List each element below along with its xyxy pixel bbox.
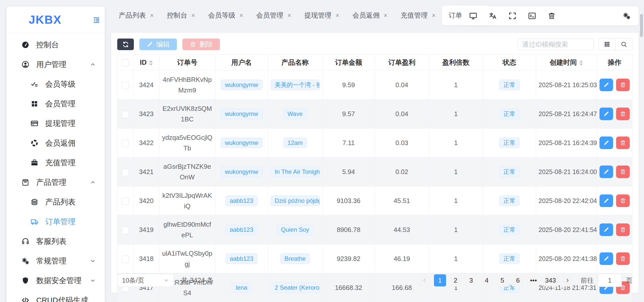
row-checkbox[interactable] bbox=[122, 198, 129, 205]
code-icon bbox=[21, 296, 30, 302]
delete-row-button[interactable] bbox=[616, 137, 630, 149]
monitor-icon[interactable] bbox=[469, 12, 477, 20]
row-checkbox[interactable] bbox=[122, 111, 129, 118]
table-row: 3421aGsrBjzTNZK9eOnWwukongymwIn The Air … bbox=[117, 157, 632, 186]
tab-withdraw-mgmt[interactable]: 提现管理× bbox=[298, 6, 346, 25]
sidebar-item-member-rebate[interactable]: 会员返佣 bbox=[7, 133, 105, 153]
tab-member-level[interactable]: 会员等级× bbox=[202, 6, 250, 25]
sidebar-item-product-list[interactable]: 产品列表 bbox=[7, 192, 105, 212]
sidebar-item-member-mgmt[interactable]: 会员管理 bbox=[7, 94, 105, 114]
edit-row-button[interactable] bbox=[599, 165, 613, 178]
page-button[interactable]: 2 bbox=[450, 274, 462, 286]
username-tag[interactable]: wukongymw bbox=[221, 138, 262, 148]
row-checkbox[interactable] bbox=[122, 140, 129, 147]
delete-row-button[interactable] bbox=[616, 79, 630, 91]
row-checkbox[interactable] bbox=[122, 227, 129, 234]
row-checkbox-cell bbox=[117, 157, 133, 186]
sidebar-item-general-mgmt[interactable]: 常规管理 bbox=[7, 251, 105, 271]
settings-icon[interactable] bbox=[622, 12, 631, 20]
sort-caret-icon[interactable] bbox=[579, 60, 583, 66]
product-tag[interactable]: Breathe bbox=[280, 253, 310, 264]
edit-row-button[interactable] bbox=[599, 223, 613, 236]
sidebar-item-dashboard[interactable]: 控制台 bbox=[7, 35, 105, 55]
close-icon[interactable]: × bbox=[432, 12, 435, 19]
tab-member-mgmt[interactable]: 会员管理× bbox=[250, 6, 298, 25]
delete-row-button[interactable] bbox=[616, 194, 630, 207]
close-icon[interactable]: × bbox=[239, 12, 243, 19]
fullscreen-icon[interactable] bbox=[508, 12, 517, 20]
sidebar-item-member-level[interactable]: 会员等级 bbox=[7, 74, 105, 94]
translate-icon[interactable] bbox=[489, 12, 497, 20]
sidebar-item-recharge-mgmt[interactable]: 充值管理 bbox=[7, 153, 105, 173]
row-checkbox[interactable] bbox=[122, 169, 129, 176]
created-time-cell: 2025-08-20 22:41:38 bbox=[536, 244, 596, 273]
product-tag[interactable]: 美美的一个湾 - 独唱版 bbox=[270, 80, 320, 90]
search-input[interactable] bbox=[518, 39, 594, 50]
close-icon[interactable]: × bbox=[384, 12, 387, 19]
sidebar-item-data-security[interactable]: 数据安全管理 bbox=[7, 271, 105, 290]
username-tag[interactable]: wukongymw bbox=[221, 109, 262, 119]
username-tag[interactable]: aabb123 bbox=[225, 253, 257, 264]
more-pages-icon[interactable]: ••• bbox=[528, 274, 540, 286]
trash-icon bbox=[189, 41, 196, 48]
edit-row-button[interactable] bbox=[599, 79, 613, 91]
column-settings-button[interactable] bbox=[599, 39, 615, 50]
refresh-button[interactable] bbox=[117, 39, 134, 50]
close-icon[interactable]: × bbox=[150, 12, 154, 19]
tab-product-list[interactable]: 产品列表× bbox=[112, 6, 160, 25]
username-tag[interactable]: aabb123 bbox=[225, 224, 257, 235]
sidebar-item-product-mgmt[interactable]: 产品管理 bbox=[7, 173, 105, 192]
username-tag[interactable]: aabb123 bbox=[225, 195, 257, 206]
close-icon[interactable]: × bbox=[288, 12, 291, 19]
page-button[interactable]: 3 bbox=[465, 274, 477, 286]
scrollbar-thumb[interactable] bbox=[640, 14, 643, 37]
page-size-select[interactable]: 10条/页 bbox=[117, 274, 174, 287]
prev-page-button[interactable] bbox=[418, 274, 430, 286]
edit-row-button[interactable] bbox=[599, 252, 613, 265]
terminal-icon[interactable] bbox=[528, 12, 536, 20]
username-tag[interactable]: wukongymw bbox=[221, 80, 262, 90]
edit-button[interactable]: 编辑 bbox=[139, 39, 177, 50]
sidebar-item-withdraw-mgmt[interactable]: 提现管理 bbox=[7, 114, 105, 133]
product-tag[interactable]: 12am bbox=[283, 138, 307, 148]
product-tag[interactable]: Quien Soy bbox=[277, 224, 313, 235]
page-button[interactable]: 343 bbox=[543, 274, 558, 286]
select-all-checkbox[interactable] bbox=[122, 59, 129, 66]
product-tag[interactable]: In The Air Tonight - Ins bbox=[270, 166, 320, 177]
search-button[interactable] bbox=[615, 39, 632, 50]
trash-icon[interactable] bbox=[547, 12, 556, 20]
row-checkbox[interactable] bbox=[122, 82, 129, 89]
row-checkbox-cell bbox=[117, 128, 133, 157]
delete-row-button[interactable] bbox=[616, 223, 630, 236]
tab-label: 提现管理 bbox=[304, 11, 332, 20]
close-icon[interactable]: × bbox=[336, 12, 339, 19]
sidebar-item-crud-gen[interactable]: CRUD代码生成 bbox=[7, 290, 105, 302]
tab-dashboard[interactable]: 控制台× bbox=[160, 6, 202, 25]
sidebar-item-user-mgmt[interactable]: 用户管理 bbox=[7, 55, 105, 74]
page-button[interactable]: 4 bbox=[481, 274, 493, 286]
next-page-button[interactable] bbox=[561, 274, 574, 286]
edit-row-button[interactable] bbox=[599, 194, 613, 207]
close-icon[interactable]: × bbox=[191, 12, 195, 19]
tab-recharge-mgmt[interactable]: 充值管理× bbox=[394, 6, 442, 25]
sidebar-item-support-list[interactable]: 客服列表 bbox=[7, 231, 105, 251]
username-tag[interactable]: wukongymw bbox=[221, 166, 262, 177]
tab-member-rebate[interactable]: 会员返佣× bbox=[346, 6, 394, 25]
product-tag[interactable]: Wave bbox=[283, 109, 307, 119]
delete-row-button[interactable] bbox=[616, 252, 630, 265]
edit-row-button[interactable] bbox=[599, 108, 613, 120]
delete-row-button[interactable] bbox=[616, 165, 630, 178]
page-button[interactable]: 5 bbox=[496, 274, 508, 286]
sidebar-item-order-mgmt[interactable]: 订单管理 bbox=[7, 212, 105, 231]
order-number-cell: E2xrUVlK8z5QM1BC bbox=[159, 99, 215, 128]
collapse-sidebar-icon[interactable] bbox=[93, 16, 100, 24]
row-checkbox[interactable] bbox=[122, 256, 129, 263]
page-button[interactable]: 1 bbox=[434, 274, 446, 286]
delete-button[interactable]: 删除 bbox=[182, 39, 220, 50]
sort-caret-icon[interactable] bbox=[149, 60, 153, 66]
goto-page-input[interactable] bbox=[598, 274, 622, 287]
delete-row-button[interactable] bbox=[616, 108, 630, 120]
product-tag[interactable]: Dziś późno pójdę spać bbox=[270, 195, 320, 206]
edit-row-button[interactable] bbox=[599, 137, 613, 149]
page-button[interactable]: 6 bbox=[512, 274, 524, 286]
